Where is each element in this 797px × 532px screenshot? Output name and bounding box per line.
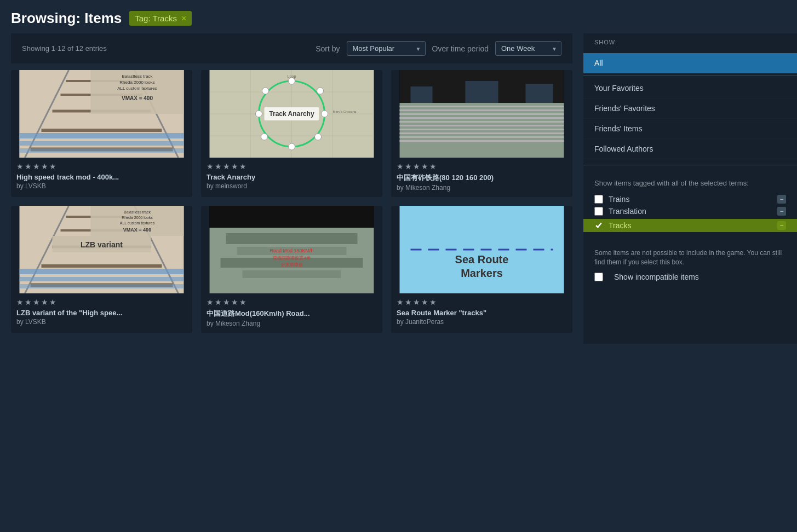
tag-checkbox-translation[interactable]	[594, 207, 603, 216]
sidebar-item-friends-favorites[interactable]: Friends' Favorites	[583, 99, 797, 119]
item-author: by meinsword	[207, 182, 377, 190]
item-card[interactable]: LZB variant Balastless track Rheda 2000 …	[11, 206, 192, 333]
svg-rect-9	[20, 133, 184, 138]
show-label: SHOW:	[594, 39, 786, 45]
svg-rect-45	[400, 129, 564, 130]
tag-minus-translation[interactable]: −	[777, 207, 786, 216]
item-stars: ★ ★ ★ ★ ★	[16, 162, 187, 171]
item-card[interactable]: Balastless track Rheda 2000 looks ALL cu…	[11, 70, 192, 197]
sort-select-wrapper[interactable]: Most Popular Recently Updated Newest Alp…	[347, 41, 426, 56]
tag-minus-tracks[interactable]: −	[777, 221, 786, 230]
sidebar-item-followed-authors[interactable]: Followed Authors	[583, 139, 797, 159]
tag-name-translation: Translation	[609, 207, 777, 216]
item-title: Track Anarchy	[207, 173, 377, 181]
svg-rect-52	[526, 84, 553, 103]
incompatible-section: Some items are not possible to include i…	[583, 243, 797, 289]
svg-text:Markers: Markers	[461, 267, 503, 279]
svg-text:Balastless track: Balastless track	[122, 74, 153, 79]
svg-rect-63	[20, 284, 184, 288]
item-card[interactable]: Sea Route Markers ★ ★ ★ ★ ★ Sea Route Ma…	[391, 206, 572, 333]
svg-point-26	[317, 88, 324, 94]
svg-point-30	[261, 134, 268, 140]
svg-rect-41	[400, 113, 564, 115]
svg-text:Rheda 2000 looks: Rheda 2000 looks	[122, 216, 153, 219]
page-header: Browsing: Items Tag: Tracks ×	[0, 0, 797, 33]
tag-row-trains: Trains −	[594, 195, 786, 204]
tag-name-trains: Trains	[609, 195, 777, 204]
svg-point-27	[322, 111, 328, 117]
period-select[interactable]: One Week One Month Three Months All Time	[495, 41, 561, 56]
sidebar-item-all[interactable]: All	[583, 53, 797, 73]
svg-rect-39	[400, 106, 564, 107]
item-title: 中国道路Mod(160Km/h) Road...	[207, 309, 377, 319]
svg-rect-47	[400, 136, 564, 138]
item-info: ★ ★ ★ ★ ★ 中国道路Mod(160Km/h) Road... by Mi…	[201, 293, 382, 333]
svg-rect-50	[411, 86, 433, 103]
svg-text:VMAX = 400: VMAX = 400	[122, 95, 153, 101]
svg-rect-11	[20, 148, 184, 153]
item-info: ★ ★ ★ ★ ★ Track Anarchy by meinsword	[201, 158, 382, 195]
item-card[interactable]: Track Anarchy Loop Mary's Crossing ★ ★ ★…	[201, 70, 382, 197]
items-grid: Balastless track Rheda 2000 looks ALL cu…	[11, 70, 572, 333]
item-info: ★ ★ ★ ★ ★ LZB variant of the "High spee.…	[11, 293, 192, 331]
page-title: Browsing: Items	[11, 10, 122, 27]
sidebar: SHOW: All Your Favorites Friends' Favori…	[583, 33, 797, 344]
svg-text:Rheda 2000 looks: Rheda 2000 looks	[119, 80, 155, 85]
svg-rect-61	[20, 269, 184, 274]
svg-text:Track Anarchy: Track Anarchy	[269, 110, 314, 118]
svg-text:ALL custom textures: ALL custom textures	[117, 86, 157, 91]
svg-text:VMAX = 400: VMAX = 400	[123, 227, 151, 233]
tags-section: Show items tagged with all of the select…	[583, 171, 797, 243]
item-author: by Mikeson Zhang	[207, 320, 377, 327]
incompatible-row: Show incompatible items	[594, 273, 786, 281]
content-area: Showing 1-12 of 12 entries Sort by Most …	[0, 33, 583, 344]
svg-text:Loop: Loop	[288, 74, 296, 79]
svg-point-31	[256, 111, 262, 117]
sort-bar: Showing 1-12 of 12 entries Sort by Most …	[11, 33, 572, 63]
item-title: Sea Route Marker "tracks"	[397, 309, 567, 317]
svg-text:Mary's Crossing: Mary's Crossing	[333, 110, 357, 113]
svg-rect-46	[400, 132, 564, 134]
item-stars: ★ ★ ★ ★ ★	[207, 298, 377, 307]
svg-rect-42	[400, 117, 564, 119]
incompatible-checkbox[interactable]	[594, 273, 603, 281]
svg-text:ALL custom textures: ALL custom textures	[120, 221, 155, 225]
item-card[interactable]: ★ ★ ★ ★ ★ 中国有砟铁路(80 120 160 200) by Mike…	[391, 70, 572, 197]
tag-name-tracks: Tracks	[609, 221, 777, 230]
tag-remove-button[interactable]: ×	[181, 14, 186, 23]
item-author: by Mikeson Zhang	[397, 184, 567, 192]
item-info: ★ ★ ★ ★ ★ 中国有砟铁路(80 120 160 200) by Mike…	[391, 158, 572, 197]
item-author: by LVSKB	[16, 318, 187, 326]
tag-checkbox-tracks[interactable]	[594, 221, 603, 230]
svg-rect-51	[466, 81, 498, 103]
item-stars: ★ ★ ★ ★ ★	[397, 162, 567, 171]
entries-count: Showing 1-12 of 12 entries	[22, 44, 107, 53]
svg-rect-80	[210, 206, 374, 228]
item-title: High speed track mod - 400k...	[16, 173, 187, 181]
active-tag-pill[interactable]: Tag: Tracks ×	[129, 11, 192, 26]
period-label: Over time period	[432, 44, 489, 53]
svg-point-29	[289, 143, 295, 150]
svg-text:Road Mod 160KM/h: Road Mod 160KM/h	[270, 248, 313, 253]
svg-text:双线间距请设置4米: 双线间距请设置4米	[273, 256, 310, 261]
sidebar-item-friends-items[interactable]: Friends' Items	[583, 119, 797, 139]
period-select-wrapper[interactable]: One Week One Month Three Months All Time	[495, 41, 561, 56]
sidebar-item-favorites[interactable]: Your Favorites	[583, 78, 797, 99]
incompatible-note: Some items are not possible to include i…	[594, 248, 786, 267]
svg-rect-44	[400, 125, 564, 126]
item-card[interactable]: Road Mod 160KM/h 双线间距请设置4米 分支请微信 ★ ★ ★ ★…	[201, 206, 382, 333]
svg-rect-40	[400, 109, 564, 111]
item-author: by LVSKB	[16, 182, 187, 190]
incompatible-label: Show incompatible items	[614, 273, 699, 281]
svg-rect-73	[226, 233, 358, 244]
tag-minus-trains[interactable]: −	[777, 195, 786, 204]
sort-select[interactable]: Most Popular Recently Updated Newest Alp…	[347, 41, 426, 56]
show-options-list: All Your Favorites Friends' Favorites Fr…	[583, 53, 797, 159]
tag-checkbox-trains[interactable]	[594, 195, 603, 204]
svg-point-32	[262, 88, 269, 94]
svg-rect-43	[400, 121, 564, 123]
svg-rect-76	[243, 270, 341, 278]
item-stars: ★ ★ ★ ★ ★	[16, 298, 187, 307]
item-title: 中国有砟铁路(80 120 160 200)	[397, 173, 567, 183]
svg-text:Sea Route: Sea Route	[455, 253, 509, 265]
